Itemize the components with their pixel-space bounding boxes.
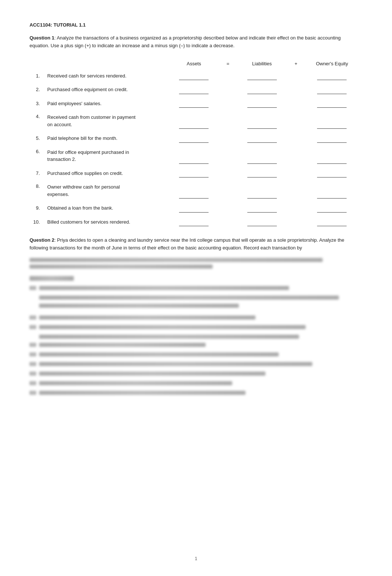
row-desc: Paid employees' salaries. bbox=[44, 98, 165, 110]
table-row: 8. Owner withdrew cash for personalexpen… bbox=[30, 181, 362, 200]
question1-text: Question 1: Analyze the transactions of … bbox=[30, 34, 347, 50]
plus-sym bbox=[290, 84, 302, 96]
assets-blank bbox=[179, 101, 209, 108]
assets-cell bbox=[165, 132, 222, 144]
assets-cell bbox=[165, 98, 222, 110]
equity-cell bbox=[302, 111, 362, 130]
header-assets: Assets bbox=[165, 59, 222, 70]
equity-blank bbox=[317, 122, 347, 129]
header-plus: + bbox=[290, 59, 302, 70]
liabilities-cell bbox=[233, 181, 290, 200]
table-row: 4. Received cash from customer in paymen… bbox=[30, 111, 362, 130]
equity-blank bbox=[317, 220, 347, 226]
plus-sym bbox=[290, 202, 302, 214]
assets-blank bbox=[179, 73, 209, 80]
header-liabilities: Liabilities bbox=[233, 59, 290, 70]
assets-blank bbox=[179, 122, 209, 129]
row-desc: Received cash from customer in paymenton… bbox=[44, 111, 165, 130]
liabilities-cell bbox=[233, 70, 290, 82]
plus-sym bbox=[290, 111, 302, 130]
header-owners-equity: Owner's Equity bbox=[302, 59, 362, 70]
question2-label: Question 2 bbox=[30, 237, 54, 243]
assets-cell bbox=[165, 216, 222, 228]
liabilities-blank bbox=[247, 157, 277, 164]
assets-blank bbox=[179, 192, 209, 199]
assets-blank bbox=[179, 157, 209, 164]
liabilities-blank bbox=[247, 73, 277, 80]
assets-cell bbox=[165, 84, 222, 96]
question1-label: Question 1 bbox=[30, 35, 54, 41]
equity-cell bbox=[302, 146, 362, 165]
assets-blank bbox=[179, 220, 209, 226]
equity-blank bbox=[317, 171, 347, 177]
equity-blank bbox=[317, 192, 347, 199]
assets-cell bbox=[165, 202, 222, 214]
assets-cell bbox=[165, 70, 222, 82]
plus-sym bbox=[290, 168, 302, 179]
table-row: 2. Purchased office equipment on credit. bbox=[30, 84, 362, 96]
row-desc: Billed customers for services rendered. bbox=[44, 216, 165, 228]
table-row: 10. Billed customers for services render… bbox=[30, 216, 362, 228]
plus-sym bbox=[290, 70, 302, 82]
row-desc: Purchased office equipment on credit. bbox=[44, 84, 165, 96]
table-header-row: Assets = Liabilities + Owner's Equity bbox=[30, 59, 362, 70]
equals-sym bbox=[222, 70, 233, 82]
assets-cell bbox=[165, 146, 222, 165]
table-row: 7. Purchased office supplies on credit. bbox=[30, 168, 362, 179]
liabilities-cell bbox=[233, 84, 290, 96]
liabilities-cell bbox=[233, 146, 290, 165]
equity-cell bbox=[302, 84, 362, 96]
equity-cell bbox=[302, 181, 362, 200]
header-empty bbox=[30, 59, 165, 70]
liabilities-blank bbox=[247, 122, 277, 129]
assets-cell bbox=[165, 168, 222, 179]
liabilities-cell bbox=[233, 202, 290, 214]
liabilities-blank bbox=[247, 220, 277, 226]
equals-sym bbox=[222, 168, 233, 179]
row-num: 9. bbox=[30, 202, 44, 214]
row-desc: Obtained a loan from the bank. bbox=[44, 202, 165, 214]
liabilities-cell bbox=[233, 216, 290, 228]
assets-cell bbox=[165, 181, 222, 200]
row-num: 10. bbox=[30, 216, 44, 228]
question2-text: Question 2: Priya decides to open a clea… bbox=[30, 237, 347, 252]
equity-cell bbox=[302, 202, 362, 214]
row-num: 7. bbox=[30, 168, 44, 179]
assets-blank bbox=[179, 171, 209, 177]
equity-blank bbox=[317, 101, 347, 108]
equity-cell bbox=[302, 70, 362, 82]
liabilities-blank bbox=[247, 87, 277, 94]
row-num: 1. bbox=[30, 70, 44, 82]
blurred-continuation bbox=[30, 258, 362, 269]
liabilities-blank bbox=[247, 206, 277, 213]
liabilities-blank bbox=[247, 192, 277, 199]
equity-blank bbox=[317, 73, 347, 80]
row-desc: Paid for office equipment purchased intr… bbox=[44, 146, 165, 165]
row-desc: Paid telephone bill for the month. bbox=[44, 132, 165, 144]
equity-blank bbox=[317, 87, 347, 94]
equity-cell bbox=[302, 168, 362, 179]
liabilities-blank bbox=[247, 136, 277, 143]
accounting-table: Assets = Liabilities + Owner's Equity 1.… bbox=[30, 59, 362, 228]
assets-cell bbox=[165, 111, 222, 130]
plus-sym bbox=[290, 98, 302, 110]
row-num: 2. bbox=[30, 84, 44, 96]
row-desc: Owner withdrew cash for personalexpenses… bbox=[44, 181, 165, 200]
liabilities-cell bbox=[233, 98, 290, 110]
liabilities-blank bbox=[247, 171, 277, 177]
row-desc: Purchased office supplies on credit. bbox=[44, 168, 165, 179]
liabilities-cell bbox=[233, 132, 290, 144]
equity-blank bbox=[317, 157, 347, 164]
equals-sym bbox=[222, 84, 233, 96]
row-num: 3. bbox=[30, 98, 44, 110]
row-num: 5. bbox=[30, 132, 44, 144]
assets-blank bbox=[179, 87, 209, 94]
row-num: 6. bbox=[30, 146, 44, 165]
plus-sym bbox=[290, 216, 302, 228]
equals-sym bbox=[222, 202, 233, 214]
row-num: 8. bbox=[30, 181, 44, 200]
equals-sym bbox=[222, 216, 233, 228]
row-desc: Received cash for services rendered. bbox=[44, 70, 165, 82]
table-row: 3. Paid employees' salaries. bbox=[30, 98, 362, 110]
table-row: 1. Received cash for services rendered. bbox=[30, 70, 362, 82]
